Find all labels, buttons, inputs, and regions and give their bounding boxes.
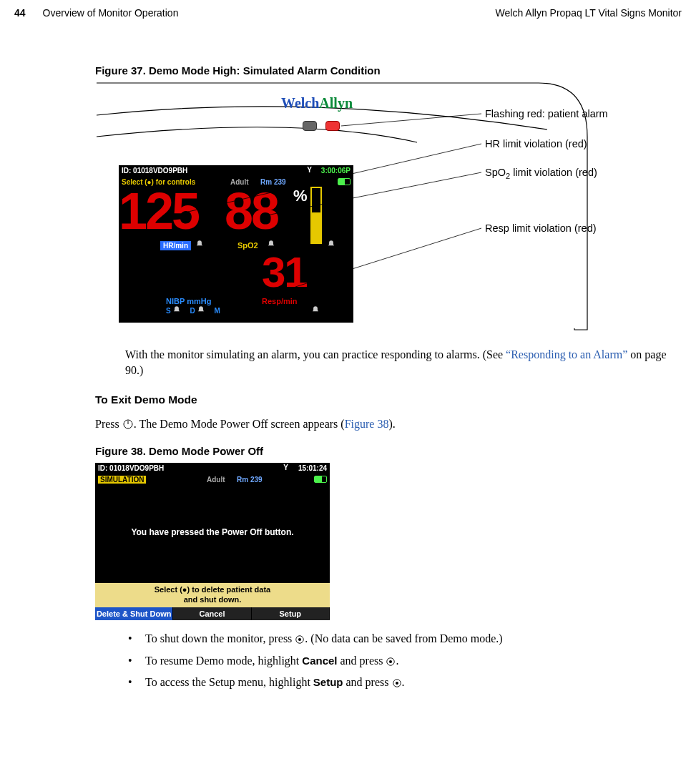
b1-a: To shut down the monitor, press bbox=[145, 632, 295, 645]
section-title: Overview of Monitor Operation bbox=[43, 7, 179, 19]
svg-point-11 bbox=[395, 682, 398, 685]
screen2-room: Rm 239 bbox=[237, 476, 263, 484]
softkey-cancel[interactable]: Cancel bbox=[173, 607, 251, 620]
figure37: WelchAllyn Flashing red: patient alarm H… bbox=[95, 79, 682, 337]
svg-line-0 bbox=[341, 114, 481, 126]
exit-p-a: Press bbox=[95, 418, 122, 430]
b2-bold: Cancel bbox=[302, 655, 337, 667]
screen2-patient-type: Adult bbox=[207, 476, 225, 484]
b3-a: To access the Setup menu, highlight bbox=[145, 676, 313, 688]
figure38-screen: ID: 01018VDO9PBH Y 15:01:24 SIMULATION A… bbox=[95, 463, 330, 620]
select-button-icon bbox=[386, 657, 396, 667]
exit-demo-title: To Exit Demo Mode bbox=[95, 393, 682, 406]
screen2-time: 15:01:24 bbox=[298, 464, 327, 472]
b3-bold: Setup bbox=[313, 676, 343, 688]
power-off-message: You have pressed the Power Off button. bbox=[95, 527, 330, 537]
softkey-setup[interactable]: Setup bbox=[252, 607, 330, 620]
battery-icon bbox=[314, 476, 327, 483]
simulation-badge: SIMULATION bbox=[98, 476, 146, 484]
bullet-shutdown: To shut down the monitor, press . (No da… bbox=[125, 630, 682, 648]
select-button-icon bbox=[392, 678, 402, 688]
svg-line-2 bbox=[267, 172, 481, 215]
b3-b: and press bbox=[343, 676, 392, 688]
b3-c: . bbox=[402, 676, 405, 688]
figure37-caption: Figure 37. Demo Mode High: Simulated Ala… bbox=[95, 64, 682, 77]
svg-point-7 bbox=[298, 638, 301, 641]
svg-line-3 bbox=[295, 228, 481, 287]
page-header: 44 Overview of Monitor Operation Welch A… bbox=[0, 0, 696, 21]
figure38-link[interactable]: Figure 38 bbox=[345, 418, 389, 430]
instruction-bullets: To shut down the monitor, press . (No da… bbox=[125, 630, 682, 692]
svg-point-9 bbox=[389, 660, 392, 663]
bullet-resume: To resume Demo mode, highlight Cancel an… bbox=[125, 652, 682, 670]
yellow-line-1: Select (●) to delete patient data bbox=[95, 585, 330, 595]
b2-c: . bbox=[396, 655, 398, 667]
figure37-body-text: With the monitor simulating an alarm, yo… bbox=[125, 347, 682, 378]
bullet-setup: To access the Setup menu, highlight Setu… bbox=[125, 674, 682, 692]
screen2-patient-id: ID: 01018VDO9PBH bbox=[98, 464, 164, 472]
page-number: 44 bbox=[14, 7, 26, 19]
softkey-delete-shutdown[interactable]: Delete & Shut Down bbox=[95, 607, 173, 620]
power-icon bbox=[122, 418, 134, 430]
figure37-callout-lines bbox=[95, 79, 682, 337]
yellow-line-2: and shut down. bbox=[95, 595, 330, 605]
responding-to-alarm-link[interactable]: “Responding to an Alarm” bbox=[506, 348, 627, 361]
b2-b: and press bbox=[338, 655, 386, 667]
product-name: Welch Allyn Propaq LT Vital Signs Monito… bbox=[496, 7, 682, 19]
figure38-caption: Figure 38. Demo Mode Power Off bbox=[95, 445, 682, 457]
yellow-instruction-band: Select (●) to delete patient data and sh… bbox=[95, 583, 330, 607]
b1-b: . (No data can be saved from Demo mode.) bbox=[305, 632, 502, 645]
b2-a: To resume Demo mode, highlight bbox=[145, 655, 302, 667]
para1-text-a: With the monitor simulating an alarm, yo… bbox=[125, 348, 506, 361]
antenna-icon: Y bbox=[283, 464, 288, 471]
exit-demo-para: Press . The Demo Mode Power Off screen a… bbox=[95, 416, 682, 432]
exit-p-c: ). bbox=[388, 418, 395, 430]
exit-p-b: . The Demo Mode Power Off screen appears… bbox=[134, 418, 345, 430]
softkey-row: Delete & Shut Down Cancel Setup bbox=[95, 607, 330, 620]
select-button-icon bbox=[295, 634, 305, 645]
